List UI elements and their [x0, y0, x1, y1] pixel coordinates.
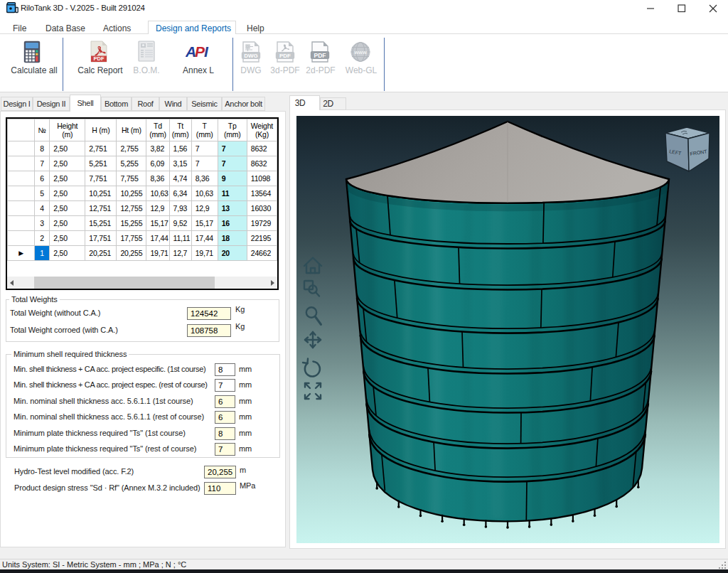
svg-text:PDF: PDF [94, 55, 105, 62]
svg-text:DWG: DWG [244, 53, 258, 59]
svg-text:PDF: PDF [314, 52, 326, 59]
svg-text:www: www [353, 49, 367, 55]
svg-text:PDF: PDF [279, 53, 291, 59]
svg-text:I: I [204, 43, 209, 60]
